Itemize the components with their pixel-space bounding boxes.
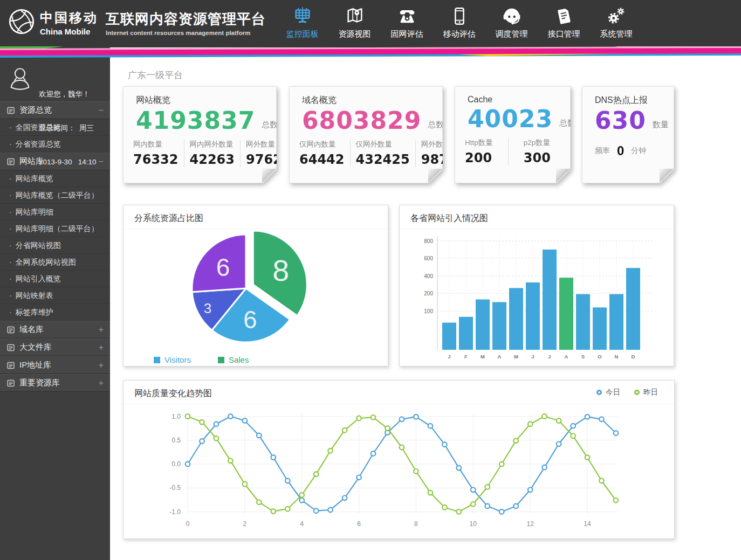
nav-item-5[interactable]: 调度管理 — [485, 0, 538, 47]
stat-label: 仅网内数量 — [299, 140, 345, 149]
pie-chart-panel: 分系统资源占比图 8636 VisitorsSales — [123, 205, 388, 367]
expand-icon[interactable]: + — [99, 343, 104, 352]
expand-icon[interactable]: + — [99, 361, 104, 370]
sidebar-section[interactable]: IP地址库+ — [0, 356, 110, 374]
svg-text:600: 600 — [424, 255, 433, 261]
nav-label: 固网评估 — [381, 29, 433, 39]
gears-icon — [590, 5, 642, 28]
line-chart-title: 网站质量变化趋势图 — [124, 381, 212, 404]
stat-value: 97620 — [246, 152, 291, 167]
card-stat: Http数量 200 — [465, 138, 509, 165]
legend-item[interactable]: Visitors — [154, 355, 191, 364]
svg-text:3: 3 — [204, 300, 211, 316]
bar-chart: 800600400200100JFMAMJJASOND — [400, 229, 674, 367]
stat-label: 网内网外数量 — [190, 140, 235, 149]
sidebar-item[interactable]: ·标签库维护 — [0, 304, 110, 321]
legend-item[interactable]: Sales — [218, 355, 249, 364]
bullet-icon: · — [9, 191, 12, 199]
nav-item-7[interactable]: 系统管理 — [590, 0, 642, 47]
sidebar-item-label: 网站映射表 — [16, 291, 53, 300]
legend-item[interactable]: 昨日 — [634, 388, 658, 397]
brand: 中国移动 China Mobile 互联网内容资源管理平台 Internet c… — [8, 8, 266, 38]
expand-icon[interactable]: + — [99, 378, 104, 388]
sidebar-item[interactable]: ·网站库明细（二级平台） — [0, 220, 110, 237]
nav-item-3[interactable]: 固网评估 — [381, 0, 433, 47]
card-website-overview: 网站概览 4193837 总数量 网内数量 76332 网内网外数量 42263 — [123, 86, 277, 183]
page-fold — [428, 169, 442, 183]
bullet-icon: · — [9, 241, 12, 250]
page-fold — [262, 169, 276, 183]
svg-text:8: 8 — [272, 253, 289, 287]
sidebar-item[interactable]: ·网站库明细 — [0, 204, 110, 220]
svg-text:200: 200 — [424, 291, 433, 296]
svg-text:6: 6 — [216, 253, 230, 281]
card-total-value: 4193837 — [136, 109, 255, 133]
dns-frequency-row: 频率 0 分钟 — [582, 143, 674, 158]
line-chart: 1.00.50.0-0.5-1.002468101214 — [124, 404, 674, 538]
sidebar-item[interactable]: ·网站库概览（二级平台） — [0, 187, 110, 204]
expand-icon[interactable]: + — [99, 325, 104, 335]
sidebar-section[interactable]: 大文件库+ — [0, 338, 110, 356]
legend-item[interactable]: 今日 — [596, 388, 620, 397]
nav-item-4[interactable]: 移动评估 — [433, 0, 485, 47]
card-total-label: 数量 — [653, 120, 669, 130]
nav-item-2[interactable]: 资源视图 — [328, 0, 381, 47]
brand-name-en: China Mobile — [40, 27, 98, 36]
nav-label: 调度管理 — [485, 29, 538, 39]
dashboard-icon — [276, 5, 328, 28]
stat-value: 64442 — [299, 152, 345, 167]
svg-text:S: S — [581, 354, 585, 359]
card-domain-overview: 域名概览 6803829 总数量 仅网内数量 64442 仅网外数量 43242… — [289, 86, 443, 183]
sidebar-item[interactable]: ·全网系统网站视图 — [0, 254, 110, 271]
card-stat: p2p数量 300 — [524, 138, 566, 165]
card-stat: 网内数量 76332 — [133, 140, 184, 167]
nav-item-1[interactable]: 监控面板 — [276, 0, 328, 47]
sidebar-section[interactable]: 重要资源库+ — [0, 374, 110, 392]
sidebar-item-label: 网站库明细 — [16, 208, 53, 216]
sidebar-item[interactable]: ·分省网站视图 — [0, 237, 110, 254]
bar-chart-title: 各省网站引入情况图 — [400, 205, 674, 229]
sidebar-item-label: 网站库明细（二级平台） — [16, 224, 99, 233]
legend-label: Visitors — [164, 355, 191, 364]
stat-label: Http数量 — [465, 138, 493, 148]
card-title: DNS热点上报 — [582, 87, 674, 106]
document-list-icon — [7, 379, 15, 387]
stat-label: p2p数量 — [524, 138, 551, 148]
main-content: 广东一级平台 网站概览 4193837 总数量 网内数量 76332 — [110, 47, 741, 560]
nav-label: 接口管理 — [538, 29, 590, 39]
sidebar-section-label: 重要资源库 — [19, 378, 99, 388]
nav-label: 系统管理 — [590, 29, 642, 39]
collapse-icon[interactable]: − — [99, 106, 104, 115]
map-icon — [328, 5, 381, 28]
card-total-label: 总数量 — [428, 120, 452, 130]
stat-label: 仅网外数量 — [356, 140, 410, 149]
svg-text:M: M — [481, 354, 485, 359]
page-fold — [556, 169, 570, 183]
sidebar-item-label: 网站引入概览 — [16, 274, 61, 283]
svg-text:O: O — [598, 354, 601, 359]
bullet-icon: · — [9, 308, 12, 316]
nav-item-6[interactable]: 接口管理 — [538, 0, 590, 47]
person-avatar-icon — [8, 66, 32, 101]
sidebar-item[interactable]: ·网站引入概览 — [0, 271, 110, 287]
bullet-icon: · — [9, 208, 12, 216]
brand-name-cn: 中国移动 — [40, 9, 98, 26]
collapse-icon[interactable]: − — [99, 157, 104, 167]
svg-text:A: A — [498, 354, 502, 359]
nav-label: 监控面板 — [276, 29, 328, 39]
svg-text:A: A — [565, 354, 568, 359]
nav-label: 移动评估 — [433, 29, 485, 39]
bar-chart-panel: 各省网站引入情况图 800600400200100JFMAMJJASOND — [399, 205, 674, 367]
svg-text:J: J — [448, 354, 450, 359]
stat-value: 432425 — [356, 152, 410, 167]
stat-label: 网内数量 — [133, 140, 179, 149]
svg-text:M: M — [514, 354, 518, 359]
stat-value: 200 — [465, 150, 493, 165]
sidebar-item[interactable]: ·网站映射表 — [0, 287, 110, 304]
legend-label: Sales — [229, 355, 249, 364]
pie-legend: VisitorsSales — [124, 355, 388, 364]
sidebar-section[interactable]: 域名库+ — [0, 321, 110, 338]
document-list-icon — [7, 158, 15, 165]
user-greeting: 欢迎您，魏华！ — [39, 88, 97, 100]
svg-text:J: J — [548, 354, 551, 359]
